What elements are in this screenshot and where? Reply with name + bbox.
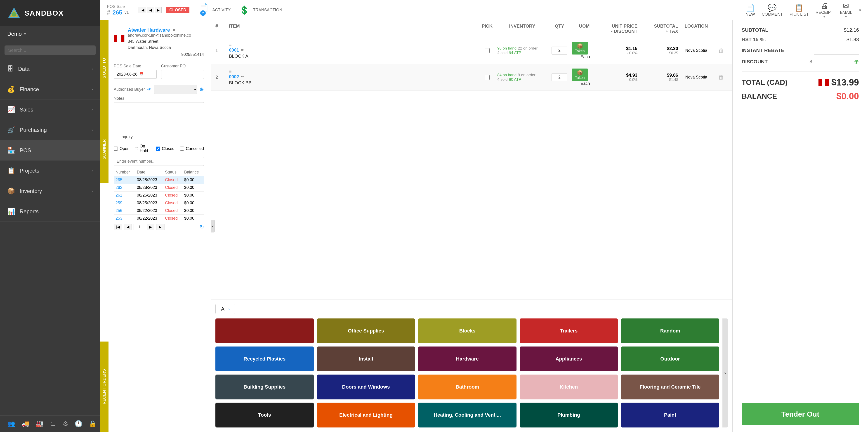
category-button-cat5[interactable]: Random — [621, 318, 719, 343]
taken-button[interactable]: 📦 Taken — [572, 42, 588, 55]
event-number-input[interactable] — [114, 157, 204, 166]
data-icon: 🗄 — [7, 65, 13, 73]
cancelled-checkbox[interactable] — [180, 147, 184, 151]
add-discount-icon[interactable]: ⊕ — [854, 58, 859, 65]
category-button-cat10[interactable]: Outdoor — [621, 346, 719, 371]
category-button-cat13[interactable]: Bathroom — [418, 375, 517, 399]
new-action[interactable]: 📄 NEW — [745, 3, 755, 17]
clock-icon[interactable]: 🕐 — [74, 420, 83, 428]
sidebar-item-projects[interactable]: 📋 Projects › — [0, 161, 100, 181]
category-button-cat17[interactable]: Electrical and Lighting — [317, 403, 415, 428]
truck-icon[interactable]: 🚚 — [22, 420, 29, 428]
table-row[interactable]: 261 08/25/2023 Closed $0.00 — [114, 192, 204, 199]
open-checkbox[interactable] — [114, 147, 118, 151]
closed-checkbox[interactable] — [156, 147, 160, 151]
table-row[interactable]: 265 08/28/2023 Closed $0.00 — [114, 176, 204, 184]
sidebar-item-finance[interactable]: 💰 Finance › — [0, 79, 100, 99]
add-buyer-icon[interactable]: ⊕ — [199, 86, 204, 92]
page-number-input[interactable] — [133, 224, 145, 230]
email-action[interactable]: ✉ EMAIL ▾ — [840, 2, 852, 19]
first-record-button[interactable]: |◀ — [138, 7, 146, 13]
sidebar-item-sales[interactable]: 📈 Sales › — [0, 99, 100, 120]
refresh-icon[interactable]: ↻ — [200, 224, 204, 230]
search-input[interactable] — [4, 46, 96, 55]
delete-icon[interactable]: 🗑 — [718, 74, 724, 81]
receipt-action[interactable]: 🖨 RECEIPT ▾ — [815, 2, 833, 19]
table-row[interactable]: 262 08/28/2023 Closed $0.00 — [114, 184, 204, 192]
category-button-cat12[interactable]: Doors and Windows — [317, 375, 415, 399]
category-button-cat6[interactable]: Recycled Plastics — [215, 346, 314, 371]
qty-input[interactable] — [552, 73, 567, 81]
category-button-cat18[interactable]: Heating, Cooling and Venti... — [418, 403, 517, 428]
comment-action[interactable]: 💬 COMMENT — [762, 3, 783, 17]
drag-handle-icon[interactable]: ≡ — [229, 69, 232, 74]
prev-page-button[interactable]: ◀ — [124, 224, 132, 230]
category-button-cat3[interactable]: Blocks — [418, 318, 517, 343]
sidebar-item-reports[interactable]: 📊 Reports — [0, 201, 100, 222]
pick-checkbox[interactable] — [485, 48, 490, 53]
taken-icon: 📦 — [577, 70, 583, 76]
calendar-icon[interactable]: 📅 — [139, 72, 144, 77]
table-row[interactable]: 259 08/25/2023 Closed $0.00 — [114, 199, 204, 207]
pick-checkbox[interactable] — [485, 75, 490, 80]
pick-list-action[interactable]: 📋 PICK LIST — [789, 3, 809, 17]
sidebar-item-inventory[interactable]: 📦 Inventory › — [0, 181, 100, 201]
notes-textarea[interactable] — [114, 102, 204, 129]
discount-label: DISCOUNT — [742, 59, 768, 65]
category-button-cat11[interactable]: Building Supplies — [215, 375, 314, 399]
edit-icon[interactable]: ✏ — [241, 48, 244, 52]
demo-selector[interactable]: Demo ▾ — [0, 26, 100, 42]
factory-icon[interactable]: 🏭 — [36, 420, 43, 428]
inquiry-checkbox[interactable] — [114, 135, 118, 139]
sidebar-item-purchasing[interactable]: 🛒 Purchasing › — [0, 120, 100, 140]
category-button-cat2[interactable]: Office Supplies — [317, 318, 415, 343]
clear-customer-icon[interactable]: ✕ — [172, 28, 176, 33]
all-categories-button[interactable]: All › — [215, 304, 235, 314]
subtotal-value: $2.30 — [638, 46, 678, 51]
taken-button[interactable]: 📦 Taken — [572, 68, 588, 81]
item-code[interactable]: 0001 ✏ — [229, 48, 477, 53]
archive-icon[interactable]: 🗂 — [50, 420, 56, 428]
instant-rebate-label: INSTANT REBATE — [742, 48, 784, 53]
instant-rebate-input[interactable] — [814, 46, 859, 55]
settings-icon[interactable]: ⚙ — [63, 420, 68, 428]
lock-icon[interactable]: 🔒 — [89, 420, 97, 428]
users-icon[interactable]: 👥 — [7, 420, 15, 428]
category-button-cat16[interactable]: Tools — [215, 403, 314, 428]
sale-date-input[interactable]: 2023-08-28 📅 — [114, 70, 157, 79]
category-button-cat14[interactable]: Kitchen — [520, 375, 618, 399]
eye-icon[interactable]: 👁 — [147, 87, 152, 92]
category-button-cat9[interactable]: Appliances — [520, 346, 618, 371]
sidebar-item-data[interactable]: 🗄 Data › — [0, 59, 100, 79]
top-bar: POS Sale # 265 v1 |◀ ◀ ▶ CLOSED 📄 2 ACTI… — [100, 0, 868, 20]
sidebar-item-pos[interactable]: 🏪 POS — [0, 140, 100, 161]
item-code[interactable]: 0002 ✏ — [229, 74, 477, 79]
customer-po-input[interactable] — [161, 70, 204, 79]
table-row[interactable]: 253 08/22/2023 Closed $0.00 — [114, 214, 204, 222]
category-button-cat15[interactable]: Flooring and Ceramic Tile — [621, 375, 719, 399]
category-button-cat20[interactable]: Paint — [621, 403, 719, 428]
auth-buyer-select[interactable] — [154, 85, 197, 94]
delete-icon[interactable]: 🗑 — [718, 47, 724, 54]
category-button-cat19[interactable]: Plumbing — [520, 403, 618, 428]
category-button-cat1[interactable] — [215, 318, 314, 343]
total-row: TOTAL (CAD) $13.99 — [742, 77, 859, 88]
collapse-panel-button[interactable]: ‹ — [211, 220, 215, 232]
prev-record-button[interactable]: ◀ — [147, 7, 154, 13]
category-button-cat8[interactable]: Hardware — [418, 346, 517, 371]
first-page-button[interactable]: |◀ — [114, 224, 122, 230]
on-hold-checkbox[interactable] — [135, 147, 138, 151]
table-row[interactable]: 256 08/22/2023 Closed $0.00 — [114, 207, 204, 214]
more-actions-icon[interactable]: ▾ — [859, 7, 861, 13]
activity-action[interactable]: 📄 2 — [198, 3, 209, 18]
next-page-button[interactable]: ▶ — [147, 224, 154, 230]
drag-handle-icon[interactable]: ≡ — [229, 42, 232, 47]
last-page-button[interactable]: ▶| — [156, 224, 165, 230]
next-record-button[interactable]: ▶ — [155, 7, 162, 13]
category-button-cat4[interactable]: Trailers — [520, 318, 618, 343]
tender-out-button[interactable]: Tender Out — [742, 403, 859, 425]
category-button-cat7[interactable]: Install — [317, 346, 415, 371]
qty-input[interactable] — [552, 47, 567, 55]
expand-categories-button[interactable]: › — [722, 318, 728, 428]
edit-icon[interactable]: ✏ — [241, 75, 244, 79]
